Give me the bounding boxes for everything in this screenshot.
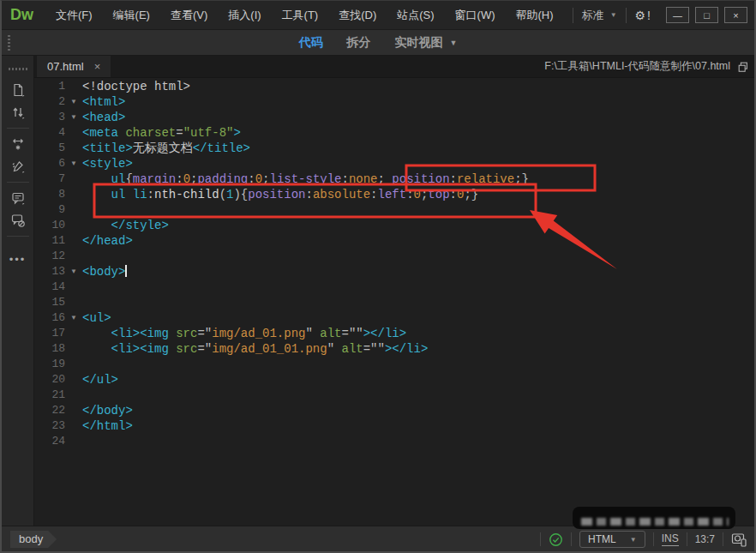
code-line[interactable]: 5<title>无标题文档</title>	[34, 141, 754, 156]
restore-panel-icon[interactable]	[737, 61, 749, 73]
more-options-icon[interactable]: •••	[9, 253, 27, 266]
remove-comment-icon[interactable]	[5, 209, 31, 231]
code-line[interactable]: 3▼<head>	[34, 110, 754, 125]
close-button[interactable]: ×	[724, 7, 747, 23]
divider	[540, 532, 541, 546]
line-number: 14	[34, 280, 65, 295]
fold-arrow-icon[interactable]: ▼	[65, 156, 82, 171]
tag-selector-body[interactable]: body	[10, 531, 57, 548]
line-number: 23	[34, 418, 65, 434]
titlebar-right: 标准 ▼ ⚙! — □ ×	[564, 7, 754, 23]
settings-update-button[interactable]: ⚙!	[635, 9, 652, 22]
code-line[interactable]: 23</html>	[34, 418, 754, 434]
apply-comment-icon[interactable]	[5, 187, 31, 209]
fold-arrow-icon[interactable]: ▼	[65, 94, 82, 110]
fold-arrow-icon[interactable]: ▼	[65, 264, 82, 280]
dreamweaver-window: Dw 文件(F)编辑(E)查看(V)插入(I)工具(T)查找(D)站点(S)窗口…	[0, 0, 756, 553]
document-tab[interactable]: 07.html ×	[37, 56, 111, 77]
code-line[interactable]: 22</body>	[34, 403, 754, 418]
realtime-preview-icon[interactable]	[731, 532, 747, 547]
workspace-switcher[interactable]: 标准 ▼	[582, 8, 617, 23]
format-source-icon[interactable]	[5, 155, 31, 177]
text-cursor	[125, 265, 127, 277]
doctype-selector[interactable]: HTML ▼	[579, 531, 645, 548]
code-line[interactable]: 9	[34, 202, 754, 218]
code-line[interactable]: 14	[34, 280, 754, 295]
mode-label: 代码	[299, 35, 323, 51]
menu-bar: 文件(F)编辑(E)查看(V)插入(I)工具(T)查找(D)站点(S)窗口(W)…	[45, 8, 564, 23]
fold-gutter	[65, 141, 82, 156]
fold-arrow-icon[interactable]: ▼	[65, 310, 82, 326]
lint-ok-icon[interactable]	[549, 532, 563, 547]
code-editor[interactable]: 1<!doctype html>2▼<html>3▼<head>4<meta c…	[34, 78, 754, 526]
minimize-button[interactable]: —	[666, 7, 689, 23]
code-line[interactable]: 17<li><img src="img/ad_01.png" alt=""></…	[34, 326, 754, 341]
divider	[7, 236, 29, 237]
dreamweaver-logo: Dw	[2, 6, 45, 24]
update-badge: !	[647, 9, 652, 22]
chevron-down-icon: ▼	[630, 536, 637, 544]
code-line[interactable]: 13▼<body>	[34, 264, 754, 280]
code-line[interactable]: 18<li><img src="img/ad_01_01.png" alt=""…	[34, 341, 754, 357]
menu-item[interactable]: 文件(F)	[45, 8, 103, 23]
view-mode-live[interactable]: 实时视图▼	[395, 35, 458, 51]
fold-gutter	[65, 202, 82, 218]
code-line[interactable]: 24	[34, 434, 754, 449]
word-wrap-icon[interactable]	[5, 133, 31, 155]
fold-gutter	[65, 372, 82, 388]
sort-lines-icon[interactable]	[5, 101, 31, 123]
code-line[interactable]: 11</head>	[34, 233, 754, 249]
maximize-button[interactable]: □	[695, 7, 718, 23]
menu-item[interactable]: 工具(T)	[272, 8, 329, 23]
code-line[interactable]: 15	[34, 295, 754, 310]
fold-gutter	[65, 388, 82, 403]
statusbar-right: HTML ▼ INS 13:7	[540, 531, 747, 548]
line-number: 18	[34, 341, 65, 357]
code-line[interactable]: 10</style>	[34, 218, 754, 233]
title-bar: Dw 文件(F)编辑(E)查看(V)插入(I)工具(T)查找(D)站点(S)窗口…	[2, 1, 754, 30]
chevron-down-icon: ▼	[610, 11, 617, 19]
code-line[interactable]: 16▼<ul>	[34, 310, 754, 326]
insert-mode-toggle[interactable]: INS	[662, 532, 679, 546]
menu-item[interactable]: 查看(V)	[160, 8, 218, 23]
code-text: </body>	[82, 403, 133, 418]
code-lines: 1<!doctype html>2▼<html>3▼<head>4<meta c…	[34, 79, 754, 449]
menu-item[interactable]: 编辑(E)	[103, 8, 160, 23]
code-line[interactable]: 1<!doctype html>	[34, 79, 754, 94]
menu-item[interactable]: 窗口(W)	[445, 8, 506, 23]
tab-title: 07.html	[47, 60, 84, 73]
cursor-position: 13:7	[695, 533, 715, 545]
menu-item[interactable]: 站点(S)	[387, 8, 444, 23]
fold-arrow-icon[interactable]: ▼	[65, 110, 82, 125]
divider	[626, 8, 627, 23]
code-line[interactable]: 7ul{margin:0;padding:0;list-style:none; …	[34, 171, 754, 187]
divider	[7, 128, 29, 129]
code-line[interactable]: 19	[34, 357, 754, 372]
code-line[interactable]: 6▼<style>	[34, 156, 754, 171]
view-mode-split[interactable]: 拆分	[347, 35, 371, 51]
line-number: 7	[34, 171, 65, 187]
mode-label: 拆分	[347, 35, 371, 51]
menu-item[interactable]: 帮助(H)	[506, 8, 564, 23]
code-text: </head>	[82, 233, 133, 249]
code-line[interactable]: 12	[34, 249, 754, 264]
code-line[interactable]: 8ul li:nth-child(1){position:absolute:le…	[34, 187, 754, 202]
code-line[interactable]: 2▼<html>	[34, 94, 754, 110]
window-controls: — □ ×	[666, 7, 747, 23]
files-icon[interactable]	[5, 79, 31, 101]
tab-close-icon[interactable]: ×	[94, 60, 101, 73]
chevron-down-icon[interactable]: ▼	[450, 39, 458, 47]
view-mode-code[interactable]: 代码	[299, 35, 323, 51]
menu-item[interactable]: 插入(I)	[218, 8, 271, 23]
divider	[7, 182, 29, 183]
line-number: 15	[34, 295, 65, 310]
code-line[interactable]: 20</ul>	[34, 372, 754, 388]
line-number: 19	[34, 357, 65, 372]
menu-item[interactable]: 查找(D)	[328, 8, 387, 23]
line-number: 2	[34, 94, 65, 110]
sidebar-grip-handle[interactable]	[9, 68, 27, 70]
code-text: <ul>	[82, 310, 111, 326]
fold-gutter	[65, 171, 82, 187]
code-line[interactable]: 4<meta charset="utf-8">	[34, 125, 754, 141]
code-line[interactable]: 21	[34, 388, 754, 403]
